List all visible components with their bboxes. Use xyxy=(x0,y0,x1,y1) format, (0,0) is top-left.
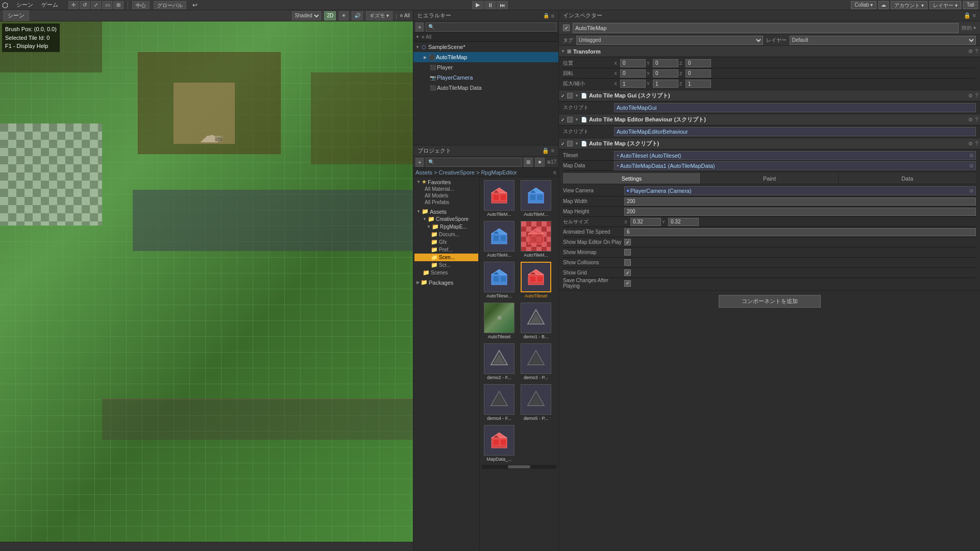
gfx-folder[interactable]: 📁 Gfx xyxy=(414,238,478,246)
tool-rotate[interactable]: ↺ xyxy=(80,1,90,9)
asset-item-demo5[interactable]: demo5 - P... xyxy=(519,383,553,422)
project-view-btn[interactable]: ⊞ xyxy=(524,158,533,167)
account-button[interactable]: アカウント ▾ xyxy=(891,1,927,9)
inspector-menu-icon[interactable]: ≡ xyxy=(973,12,976,19)
tileset-ref[interactable]: ● AutoTileset (AutoTileset) ⊙ xyxy=(614,151,976,160)
tab-paint[interactable]: Paint xyxy=(701,173,839,184)
asset-item-autotilem4[interactable]: AutoTileM... xyxy=(519,220,553,259)
gui-help-icon[interactable]: ? xyxy=(975,93,978,98)
play-button[interactable]: ▶ xyxy=(472,1,483,9)
scale-x[interactable] xyxy=(620,80,646,88)
autotilemapgui-header[interactable]: ✓ ▼ 📄 Auto Tile Map Gui (スクリプト) ⚙ ? xyxy=(559,90,980,102)
rot-z[interactable] xyxy=(685,69,711,78)
hierarchy-scene[interactable]: ▼ ⬡ SampleScene* xyxy=(413,42,558,52)
2d-toggle[interactable]: 2D xyxy=(324,11,336,20)
gizmo-btn[interactable]: ギズモ ▾ xyxy=(366,11,393,20)
showgrid-checkbox[interactable]: ✓ xyxy=(624,269,631,276)
hierarchy-search[interactable] xyxy=(426,22,556,32)
transform-settings-icon[interactable]: ⚙ xyxy=(968,48,973,54)
editor-help-icon[interactable]: ? xyxy=(975,117,978,122)
tool-rect[interactable]: ▭ xyxy=(102,1,112,9)
gui-script-ref[interactable]: AutoTileMapGui xyxy=(614,103,976,112)
scenes-top-folder[interactable]: 📁 Scenes xyxy=(414,269,478,277)
add-component-button[interactable]: コンポーネントを追加 xyxy=(719,295,821,308)
pause-button[interactable]: ⏸ xyxy=(484,1,496,9)
mapwidth-input[interactable] xyxy=(624,197,976,206)
viewcamera-target-icon[interactable]: ⊙ xyxy=(969,188,973,193)
audio-btn[interactable]: 🔊 xyxy=(352,11,363,20)
tab-settings[interactable]: Settings xyxy=(563,173,701,184)
asset-item-demo3[interactable]: demo3 - P... xyxy=(519,342,553,381)
layer-select[interactable]: ≡ All xyxy=(400,13,410,18)
scripts-folder[interactable]: 📁 Scr... xyxy=(414,261,478,269)
asset-item-autotilem3[interactable]: AutoTileM... xyxy=(482,220,517,259)
hierarchy-item-mapdata[interactable]: ⬛ AutoTileMap Data xyxy=(413,83,558,93)
scale-z[interactable] xyxy=(685,80,711,88)
project-menu-icon[interactable]: ≡ xyxy=(551,147,554,154)
savechanges-checkbox[interactable]: ✓ xyxy=(624,280,631,287)
asset-item-autotileset-selected[interactable]: AutoTileset xyxy=(519,261,553,299)
breadcrumb-menu-icon[interactable]: ≡ xyxy=(553,169,556,176)
editor-active-checkbox[interactable] xyxy=(567,117,573,122)
hierarchy-add-btn[interactable]: + xyxy=(415,22,424,32)
gui-active-checkbox[interactable] xyxy=(567,93,573,98)
asset-item-demo2[interactable]: demo2 - F... xyxy=(482,342,517,381)
tool-move[interactable]: ✛ xyxy=(68,1,79,9)
asset-item-autotilem2[interactable]: AutoTileM... xyxy=(519,179,553,218)
documents-folder[interactable]: 📁 Docum... xyxy=(414,231,478,238)
mapheight-input[interactable] xyxy=(624,208,976,216)
object-name-input[interactable] xyxy=(573,23,959,33)
mapdata-target-icon[interactable]: ⊙ xyxy=(969,163,973,168)
favorites-folder[interactable]: ▼ ★ Favorites xyxy=(414,178,478,186)
undo-icon[interactable]: ↩ xyxy=(192,2,198,9)
tool-transform[interactable]: ⊞ xyxy=(113,1,124,9)
rot-x[interactable] xyxy=(620,69,646,78)
light-btn[interactable]: ☀ xyxy=(339,11,349,20)
cell-y-input[interactable] xyxy=(668,218,699,226)
atm-settings-icon[interactable]: ⚙ xyxy=(968,141,973,146)
prefabs-folder[interactable]: 📁 Pref... xyxy=(414,246,478,254)
asset-item-autotileset1[interactable]: AutoTilese... xyxy=(482,261,517,299)
collab-button[interactable]: Collab ▾ xyxy=(851,1,876,9)
showminimap-checkbox[interactable] xyxy=(624,249,631,256)
rpgmapeditor-folder[interactable]: ▼ 📁 RpgMapE... xyxy=(414,223,478,231)
showcollisions-checkbox[interactable] xyxy=(624,259,631,266)
layout-button[interactable]: Tall xyxy=(963,1,978,9)
menu-game[interactable]: ゲーム xyxy=(39,1,60,9)
transform-help-icon[interactable]: ? xyxy=(975,48,978,54)
animspeed-input[interactable] xyxy=(624,228,976,236)
assets-folder[interactable]: ▼ 📁 Assets xyxy=(414,208,478,215)
cloud-button[interactable]: ☁ xyxy=(878,1,889,9)
packages-folder[interactable]: ▶ 📁 Packages xyxy=(414,279,478,286)
project-add-btn[interactable]: + xyxy=(415,158,424,167)
rot-y[interactable] xyxy=(653,69,678,78)
pos-y[interactable] xyxy=(653,59,678,67)
autotilemap-header[interactable]: ✓ ▼ 📄 Auto Tile Map (スクリプト) ⚙ ? xyxy=(559,138,980,149)
layer-select[interactable]: Default xyxy=(790,36,976,45)
space-btn[interactable]: グローバル xyxy=(154,1,186,9)
favorites-materials[interactable]: All Material... xyxy=(414,186,478,192)
tag-select[interactable]: Untagged xyxy=(576,36,763,45)
tileset-target-icon[interactable]: ⊙ xyxy=(969,153,973,158)
project-scrollbar[interactable] xyxy=(482,465,556,469)
transform-header[interactable]: ▼ ⊞ Transform ⚙ ? xyxy=(559,46,980,57)
layers-button[interactable]: レイヤー ▾ xyxy=(929,1,961,9)
gui-settings-icon[interactable]: ⚙ xyxy=(968,93,973,98)
hierarchy-item-playercamera[interactable]: 📷 PlayerCamera xyxy=(413,72,558,83)
creativespore-folder[interactable]: ▼ 📁 CreativeSpore xyxy=(414,215,478,223)
scale-y[interactable] xyxy=(653,80,678,88)
asset-item-demo4[interactable]: demo4 - F... xyxy=(482,383,517,422)
tab-data[interactable]: Data xyxy=(839,173,976,184)
project-lock-icon[interactable]: 🔒 xyxy=(542,147,549,154)
hierarchy-lock-icon[interactable]: 🔒 xyxy=(543,13,549,19)
project-search[interactable] xyxy=(426,158,521,167)
hierarchy-item-player[interactable]: ⬛ Player xyxy=(413,62,558,72)
tool-scale[interactable]: ⤢ xyxy=(91,1,101,9)
inspector-lock-icon[interactable]: 🔒 xyxy=(964,12,971,19)
scene-tab[interactable]: シーン xyxy=(3,10,29,21)
pos-z[interactable] xyxy=(685,59,711,67)
atm-help-icon[interactable]: ? xyxy=(975,141,978,146)
pos-x[interactable] xyxy=(620,59,646,67)
editor-settings-icon[interactable]: ⚙ xyxy=(968,117,973,122)
atm-active-checkbox[interactable] xyxy=(567,141,573,146)
